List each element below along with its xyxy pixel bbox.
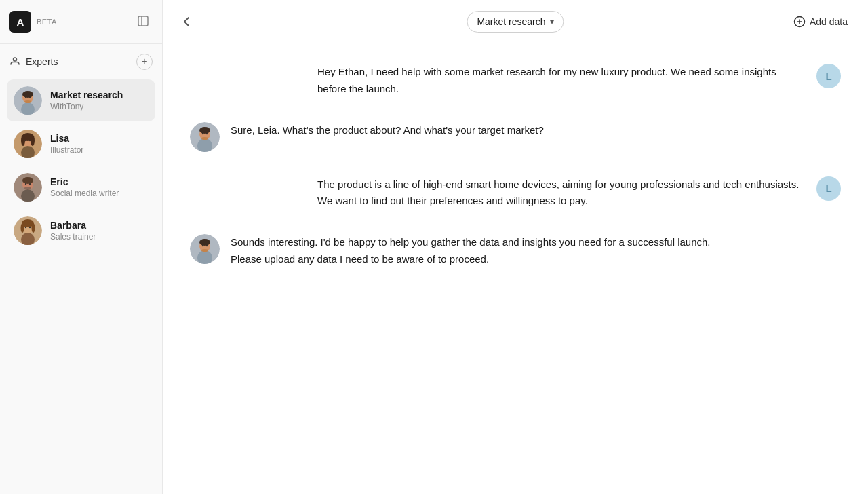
svg-point-9 [24, 100, 31, 103]
experts-icon [9, 56, 20, 69]
sidebar-item-role-barbara: Sales trainer [50, 232, 96, 242]
sidebar-item-name-lisa: Lisa [50, 133, 83, 144]
sidebar: A BETA Experts + [0, 0, 163, 494]
sidebar-item-info-barbara: Barbara Sales trainer [50, 220, 96, 242]
sidebar-item-role-eric: Social media writer [50, 189, 119, 198]
chat-title-pill[interactable]: Market research ▾ [467, 11, 564, 33]
chevron-down-icon: ▾ [550, 17, 554, 26]
svg-point-39 [199, 127, 210, 134]
message-row-1: L Hey Ethan, I need help with some marke… [190, 64, 841, 98]
svg-point-32 [32, 223, 35, 233]
message-content-1: Hey Ethan, I need help with some market … [317, 64, 806, 98]
svg-point-17 [31, 135, 35, 146]
message-content-3: The product is a line of high-end smart … [317, 176, 806, 210]
agent-avatar-2 [190, 122, 220, 152]
sidebar-item-barbara[interactable]: Barbara Sales trainer [7, 210, 155, 252]
user-avatar-1: L [816, 64, 841, 88]
avatar-market-research [14, 86, 42, 115]
sidebar-item-info-eric: Eric Social media writer [50, 176, 119, 198]
message-content-4: Sounds interesting. I'd be happy to help… [231, 234, 719, 268]
avatar-eric [14, 173, 42, 202]
sidebar-item-lisa[interactable]: Lisa Illustrator [7, 123, 155, 165]
chat-area: L Hey Ethan, I need help with some marke… [163, 43, 868, 494]
sidebar-header: A BETA [0, 0, 162, 44]
sidebar-item-info-lisa: Lisa Illustrator [50, 133, 83, 155]
add-expert-button[interactable]: + [136, 54, 153, 70]
beta-label: BETA [37, 18, 57, 26]
message-content-2: Sure, Leia. What's the product about? An… [231, 122, 544, 139]
svg-point-23 [22, 177, 33, 184]
sidebar-item-name-barbara: Barbara [50, 220, 96, 231]
svg-point-8 [22, 91, 33, 98]
sidebar-item-name-eric: Eric [50, 176, 119, 187]
svg-point-40 [201, 137, 208, 140]
sidebar-item-eric[interactable]: Eric Social media writer [7, 166, 155, 208]
app-logo: A [9, 11, 31, 33]
user-avatar-3: L [816, 176, 841, 201]
avatar-lisa [14, 130, 42, 158]
add-data-label: Add data [810, 16, 848, 27]
add-data-button[interactable]: Add data [787, 12, 854, 32]
sidebar-item-role-market-research: WithTony [50, 102, 123, 111]
message-row-2: Sure, Leia. What's the product about? An… [190, 122, 841, 152]
message-row-4: Sounds interesting. I'd be happy to help… [190, 234, 841, 268]
chat-title-text: Market research [477, 16, 545, 27]
agent-avatar-4 [190, 234, 220, 264]
message-row-3: L The product is a line of high-end smar… [190, 176, 841, 210]
svg-point-31 [21, 223, 24, 233]
experts-label: Experts [26, 56, 58, 67]
main-content: Market research ▾ Add data L Hey Ethan, … [163, 0, 868, 494]
sidebar-item-market-research[interactable]: Market research WithTony [7, 79, 155, 121]
main-header: Market research ▾ Add data [163, 0, 868, 43]
sidebar-toggle-button[interactable] [134, 12, 153, 33]
svg-point-2 [14, 58, 17, 61]
experts-section-title: Experts [9, 56, 58, 69]
svg-rect-0 [138, 16, 148, 26]
avatar-barbara [14, 216, 42, 245]
sidebar-item-info-market-research: Market research WithTony [50, 90, 123, 111]
experts-section-header: Experts + [0, 44, 162, 77]
svg-point-47 [201, 249, 208, 252]
sidebar-item-name-market-research: Market research [50, 90, 123, 100]
sidebar-items-list: Market research WithTony Lisa [0, 77, 162, 254]
svg-point-16 [21, 135, 25, 146]
sidebar-item-role-lisa: Illustrator [50, 145, 83, 155]
svg-point-46 [199, 239, 210, 246]
svg-rect-24 [24, 187, 31, 189]
back-button[interactable] [176, 11, 198, 33]
